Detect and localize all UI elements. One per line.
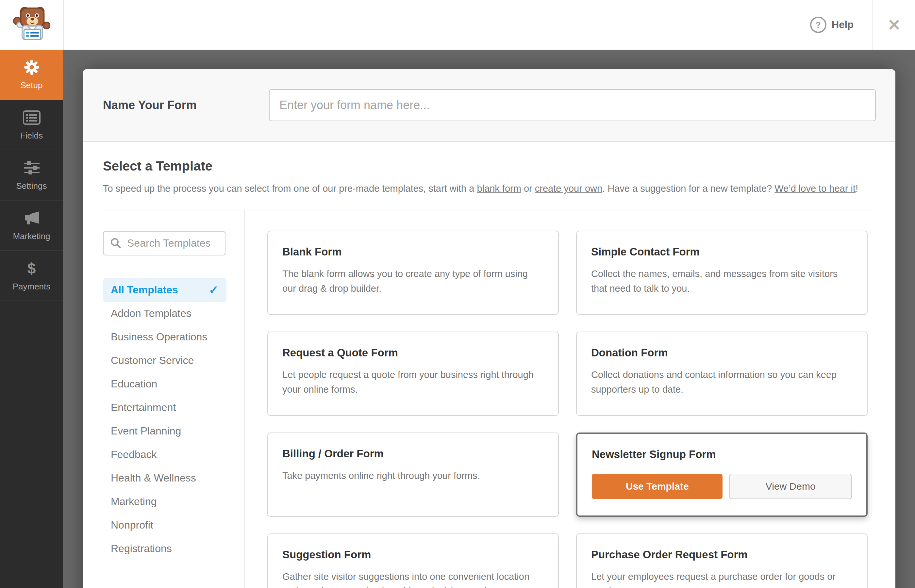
- sidebar-item-marketing[interactable]: Marketing: [0, 200, 63, 251]
- template-filter-column: All Templates ✓ Addon Templates Business…: [103, 210, 245, 588]
- template-card-billing-order-form[interactable]: Billing / Order Form Take payments onlin…: [267, 433, 559, 517]
- select-template-heading: Select a Template: [103, 159, 875, 173]
- description-text: To speed up the process you can select f…: [103, 183, 477, 194]
- template-card-newsletter-signup-form[interactable]: Newsletter Signup Form Use Template View…: [576, 433, 868, 517]
- sidebar-label-payments: Payments: [13, 281, 51, 292]
- template-grid-column: Blank Form The blank form allows you to …: [267, 210, 875, 588]
- sidebar-label-marketing: Marketing: [13, 231, 50, 241]
- description-text: . Have a suggestion for a new template?: [602, 183, 774, 194]
- wpforms-bear-icon: [13, 6, 51, 44]
- search-templates-box: [103, 231, 225, 255]
- gear-icon: [24, 59, 40, 76]
- card-description: Let your employees request a purchase or…: [591, 569, 853, 588]
- category-addon-templates[interactable]: Addon Templates: [103, 302, 226, 325]
- template-card-suggestion-form[interactable]: Suggestion Form Gather site visitor sugg…: [267, 533, 559, 588]
- card-title: Simple Contact Form: [591, 246, 853, 258]
- template-card-simple-contact-form[interactable]: Simple Contact Form Collect the names, e…: [576, 231, 868, 315]
- suggestion-link[interactable]: We’d love to hear it: [774, 183, 855, 194]
- sliders-icon: [23, 160, 40, 176]
- card-description: Let people request a quote from your bus…: [282, 367, 544, 397]
- category-nonprofit[interactable]: Nonprofit: [103, 514, 226, 537]
- fields-icon: [23, 109, 40, 126]
- card-title: Request a Quote Form: [282, 347, 544, 359]
- select-template-section: Select a Template To speed up the proces…: [82, 159, 896, 588]
- category-entertainment[interactable]: Entertainment: [103, 396, 226, 420]
- category-business-operations[interactable]: Business Operations: [103, 325, 226, 349]
- view-demo-button[interactable]: View Demo: [729, 474, 852, 499]
- top-header: ? Help ✕: [0, 0, 915, 50]
- sidebar-item-fields[interactable]: Fields: [0, 100, 63, 150]
- category-feedback[interactable]: Feedback: [103, 443, 226, 467]
- card-title: Blank Form: [282, 246, 544, 258]
- card-description: Collect donations and contact informatio…: [591, 367, 853, 397]
- category-customer-service[interactable]: Customer Service: [103, 349, 226, 372]
- category-registrations[interactable]: Registrations: [103, 537, 226, 561]
- card-title: Suggestion Form: [282, 548, 544, 561]
- description-text: or: [521, 183, 535, 194]
- category-marketing[interactable]: Marketing: [103, 490, 226, 514]
- template-grid: Blank Form The blank form allows you to …: [267, 231, 875, 588]
- card-description: The blank form allows you to create any …: [282, 267, 544, 296]
- wpforms-logo: [0, 0, 64, 50]
- card-description: Collect the names, emails, and messages …: [591, 267, 853, 296]
- sidebar-label-fields: Fields: [20, 131, 43, 141]
- sidebar-item-payments[interactable]: $ Payments: [0, 251, 63, 301]
- select-template-description: To speed up the process you can select f…: [103, 182, 875, 195]
- blank-form-link[interactable]: blank form: [477, 183, 521, 194]
- close-icon: ✕: [888, 16, 900, 34]
- card-title: Newsletter Signup Form: [592, 448, 852, 460]
- template-categories: All Templates ✓ Addon Templates Business…: [103, 278, 226, 561]
- help-label: Help: [832, 19, 854, 31]
- sidebar-item-setup[interactable]: Setup: [0, 50, 63, 100]
- check-icon: ✓: [209, 283, 218, 297]
- help-button[interactable]: ? Help: [791, 0, 873, 50]
- template-card-donation-form[interactable]: Donation Form Collect donations and cont…: [576, 331, 868, 416]
- description-text: !: [855, 183, 858, 194]
- create-your-own-link[interactable]: create your own: [535, 183, 602, 194]
- template-card-purchase-order-request-form[interactable]: Purchase Order Request Form Let your emp…: [576, 533, 868, 588]
- sidebar-item-settings[interactable]: Settings: [0, 150, 63, 200]
- card-description: Gather site visitor suggestions into one…: [282, 569, 544, 588]
- card-title: Donation Form: [591, 347, 853, 359]
- category-event-planning[interactable]: Event Planning: [103, 420, 226, 443]
- use-template-button[interactable]: Use Template: [592, 474, 723, 499]
- category-education[interactable]: Education: [103, 372, 226, 396]
- header-spacer: [64, 0, 791, 50]
- sidebar-label-settings: Settings: [16, 181, 47, 191]
- card-description: Take payments online right through your …: [282, 468, 544, 483]
- dollar-icon: $: [27, 260, 36, 277]
- template-card-blank-form[interactable]: Blank Form The blank form allows you to …: [267, 231, 559, 315]
- sidebar-label-setup: Setup: [21, 80, 43, 90]
- form-builder-window: ? Help ✕ Setup: [0, 0, 915, 588]
- category-health-wellness[interactable]: Health & Wellness: [103, 467, 226, 490]
- search-templates-input[interactable]: [126, 237, 218, 250]
- builder-sidebar: Setup Fields: [0, 50, 63, 588]
- template-card-request-a-quote-form[interactable]: Request a Quote Form Let people request …: [267, 331, 559, 416]
- help-icon: ?: [810, 17, 826, 33]
- form-name-input[interactable]: [269, 89, 876, 121]
- search-icon: [110, 237, 121, 249]
- category-label: All Templates: [111, 284, 178, 296]
- card-title: Billing / Order Form: [282, 447, 544, 460]
- card-actions: Use Template View Demo: [592, 474, 852, 499]
- close-builder-button[interactable]: ✕: [873, 0, 915, 50]
- megaphone-icon: [23, 210, 40, 227]
- name-your-form-section: Name Your Form: [82, 69, 896, 142]
- card-title: Purchase Order Request Form: [591, 548, 853, 561]
- setup-panel: Name Your Form Select a Template To spee…: [82, 69, 896, 588]
- category-all-templates[interactable]: All Templates ✓: [103, 278, 226, 302]
- name-your-form-label: Name Your Form: [103, 69, 197, 141]
